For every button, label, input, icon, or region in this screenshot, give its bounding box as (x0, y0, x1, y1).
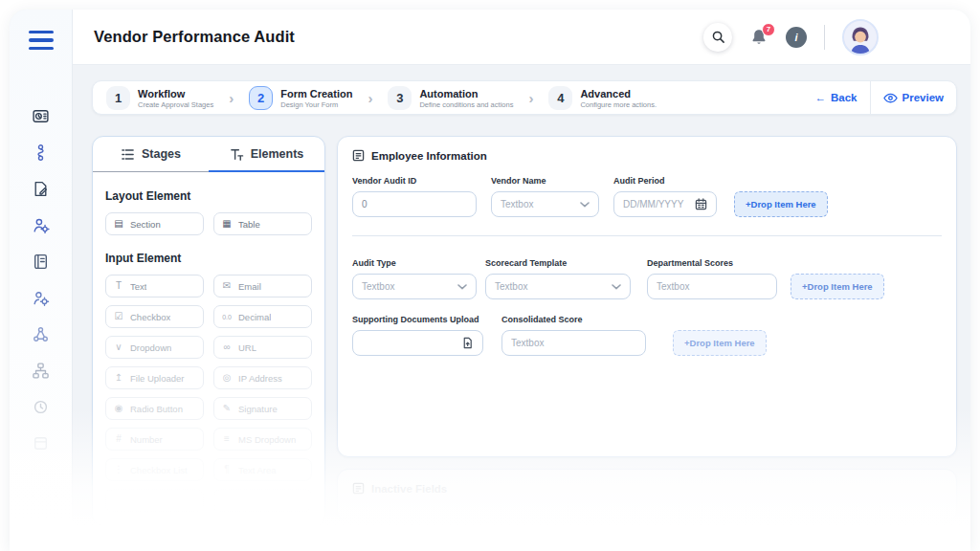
preview-button[interactable]: Preview (871, 81, 956, 114)
element-pill-dropdown[interactable]: ∨ Dropdown (105, 336, 204, 359)
page-title: Vendor Performance Audit (94, 28, 703, 46)
nav-icon-list (29, 105, 54, 453)
notification-badge: 7 (762, 23, 775, 36)
nav-workflow-button[interactable] (29, 142, 54, 163)
field-label: Audit Period (613, 176, 717, 186)
element-pill-checkbox[interactable]: ☑ Checkbox (105, 305, 204, 328)
departmental-scores-input[interactable] (657, 281, 768, 292)
step-title: Form Creation (280, 88, 352, 99)
step-number: 1 (106, 86, 130, 110)
step-number-active: 2 (249, 86, 273, 110)
search-button[interactable] (703, 23, 732, 52)
preview-label: Preview (902, 92, 944, 103)
element-pill[interactable] (105, 489, 204, 512)
step-workflow[interactable]: 1 Workflow Create Approval Stages (106, 86, 213, 110)
element-pill-signature[interactable]: ✎ Signature (213, 397, 312, 420)
drop-zone[interactable]: +Drop Item Here (673, 330, 767, 356)
input-element-heading: Input Element (105, 252, 312, 265)
nav-records-button[interactable] (29, 251, 54, 272)
org-chart-icon (32, 362, 50, 380)
form-canvas: Employee Information Vendor Audit ID Ven… (337, 136, 957, 522)
step-title: Advanced (580, 88, 631, 99)
element-pill[interactable] (213, 489, 312, 512)
scorecard-template-select[interactable]: Textbox (485, 274, 631, 299)
field-label: Consolidated Score (501, 315, 646, 324)
file-upload-icon (461, 337, 474, 349)
element-pill-email[interactable]: ✉ Email (213, 275, 312, 298)
notifications-button[interactable]: 7 (749, 28, 768, 47)
step-subtitle: Design Your Form (280, 100, 352, 109)
field-scorecard-template: Scorecard Template Textbox (485, 258, 631, 299)
eye-icon (883, 93, 898, 103)
signature-icon: ✎ (221, 404, 233, 413)
info-button[interactable]: i (786, 27, 807, 48)
step-automation[interactable]: 3 Automation Define conditions and actio… (388, 86, 513, 110)
nav-org-chart-button[interactable] (29, 360, 54, 381)
link-icon: ∞ (221, 342, 233, 352)
element-pill-decimal[interactable]: 0.0 Decimal (213, 305, 312, 328)
element-pill-text[interactable]: T Text (105, 275, 204, 298)
info-icon: i (794, 32, 797, 43)
back-arrow-icon: ← (815, 92, 827, 103)
calendar-icon (695, 198, 707, 210)
nav-dashboard-button[interactable] (29, 105, 54, 126)
section-header: Employee Information (352, 149, 942, 162)
user-avatar[interactable] (842, 19, 879, 55)
step-title: Workflow (138, 88, 185, 99)
tab-elements[interactable]: Elements (209, 137, 324, 171)
checkbox-list-icon: ⋮ (113, 465, 124, 474)
elements-panel: Stages Elements Layout Element ▤ Sec (92, 136, 325, 526)
menu-button[interactable] (29, 31, 54, 50)
field-consolidated-score: Consolidated Score (501, 315, 646, 356)
element-pill-text-area[interactable]: ¶ Text Area (213, 458, 312, 481)
nav-connections-button[interactable] (29, 323, 54, 344)
supporting-documents-input[interactable] (362, 338, 457, 348)
chevron-down-icon (612, 284, 621, 290)
element-pill-ms-dropdown[interactable]: ≡ MS Dropdown (213, 428, 312, 451)
vendor-name-select[interactable]: Textbox (491, 191, 599, 217)
back-button[interactable]: ← Back (803, 81, 870, 114)
audit-period-input[interactable] (623, 199, 691, 209)
menu-bar (29, 31, 54, 33)
section-header: Inactive Fields (352, 482, 942, 495)
decimal-icon: 0.0 (221, 314, 233, 320)
element-pill-url[interactable]: ∞ URL (213, 336, 312, 359)
ms-dropdown-icon: ≡ (221, 434, 233, 444)
element-pill-checkbox-list[interactable]: ⋮ Checkbox List (105, 458, 204, 481)
drop-zone[interactable]: +Drop Item Here (791, 274, 884, 299)
nav-team-settings-button[interactable] (29, 287, 54, 308)
chevron-right-icon: › (528, 90, 533, 106)
element-pill-ip-address[interactable]: ◎ IP Address (213, 366, 312, 389)
chevron-right-icon: › (368, 90, 372, 106)
consolidated-score-input[interactable] (511, 338, 636, 348)
step-subtitle: Configure more actions. (580, 100, 657, 109)
nav-more-button[interactable] (29, 432, 54, 453)
section-icon (352, 482, 365, 495)
stepper: 1 Workflow Create Approval Stages › 2 Fo… (92, 80, 957, 115)
field-vendor-name: Vendor Name Textbox (491, 176, 599, 217)
audit-type-select[interactable]: Textbox (352, 274, 477, 299)
element-pill-table[interactable]: ▦ Table (213, 212, 312, 235)
step-advanced[interactable]: 4 Advanced Configure more actions. (548, 86, 657, 110)
vendor-audit-id-input[interactable] (362, 199, 467, 209)
drop-zone[interactable]: +Drop Item Here (734, 191, 828, 217)
step-subtitle: Create Approval Stages (138, 100, 213, 109)
history-clock-icon (32, 398, 50, 416)
nav-form-edit-button[interactable] (29, 178, 54, 199)
section-icon: ▤ (113, 219, 124, 229)
element-pill-radio-button[interactable]: ◉ Radio Button (105, 397, 204, 420)
inactive-fields-section: Inactive Fields (337, 469, 957, 522)
dashboard-clock-icon (32, 107, 50, 125)
tab-stages[interactable]: Stages (93, 137, 209, 171)
field-vendor-audit-id: Vendor Audit ID (352, 176, 477, 217)
typography-icon (230, 147, 244, 162)
nav-user-settings-button[interactable] (29, 214, 54, 235)
nav-history-button[interactable] (29, 396, 54, 417)
step-subtitle: Define conditions and actions (419, 100, 513, 109)
field-departmental-scores: Departmental Scores (647, 258, 777, 299)
element-pill-number[interactable]: # Number (105, 428, 204, 451)
element-pill-file-uploader[interactable]: ↥ File Uploader (105, 366, 204, 389)
app-window: Vendor Performance Audit 7 i (10, 10, 970, 551)
step-form-creation[interactable]: 2 Form Creation Design Your Form (249, 86, 352, 110)
element-pill-section[interactable]: ▤ Section (105, 212, 204, 235)
